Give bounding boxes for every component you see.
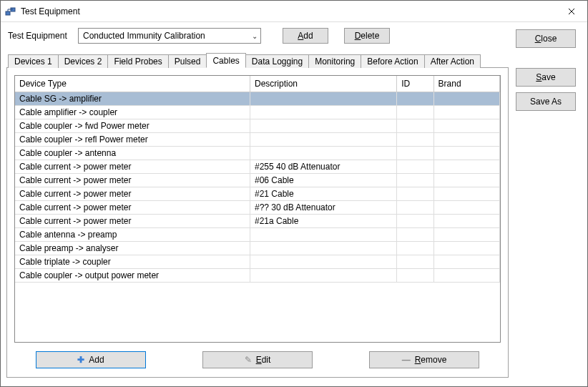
tab-devices-2[interactable]: Devices 2 bbox=[58, 54, 109, 68]
cell-id bbox=[397, 133, 433, 147]
table-row[interactable]: Cable current -> power meter#?? 30 dB At… bbox=[15, 201, 500, 215]
app-icon bbox=[5, 6, 16, 17]
cell-id bbox=[397, 242, 433, 255]
cell-id bbox=[397, 119, 433, 133]
table-row[interactable]: Cable antenna -> preamp bbox=[15, 228, 500, 242]
close-icon bbox=[568, 8, 575, 15]
add-row-button[interactable]: ✚ Add bbox=[36, 351, 146, 368]
delete-equipment-label: Delete bbox=[355, 31, 380, 41]
cell-brand bbox=[433, 174, 499, 187]
table-row[interactable]: Cable coupler -> antenna bbox=[15, 147, 500, 160]
cell-device: Cable current -> power meter bbox=[15, 174, 250, 187]
cell-device: Cable triplate -> coupler bbox=[15, 255, 250, 269]
save-button[interactable]: Save bbox=[516, 68, 576, 87]
tab-devices-1[interactable]: Devices 1 bbox=[8, 54, 59, 68]
close-button[interactable]: Close bbox=[516, 29, 576, 48]
cell-device: Cable antenna -> preamp bbox=[15, 228, 250, 242]
right-sidebar: Close Save Save As bbox=[516, 28, 582, 378]
delete-equipment-button[interactable]: Delete bbox=[344, 28, 390, 44]
cell-desc bbox=[250, 119, 396, 133]
column-header[interactable]: ID bbox=[397, 76, 433, 92]
cell-brand bbox=[433, 92, 499, 106]
table-row[interactable]: Cable SG -> amplifier bbox=[15, 92, 500, 106]
titlebar: Test Equipment bbox=[1, 1, 587, 22]
cell-desc bbox=[250, 147, 396, 160]
cell-desc bbox=[250, 269, 396, 283]
table-row[interactable]: Cable preamp -> analyser bbox=[15, 242, 500, 255]
column-header[interactable]: Brand bbox=[433, 76, 499, 92]
cell-brand bbox=[433, 119, 499, 133]
cell-desc bbox=[250, 106, 396, 119]
save-as-button[interactable]: Save As bbox=[516, 92, 576, 111]
window-close-button[interactable] bbox=[556, 1, 587, 22]
table-row[interactable]: Cable current -> power meter#06 Cable bbox=[15, 174, 500, 187]
cell-device: Cable preamp -> analyser bbox=[15, 242, 250, 255]
table-row[interactable]: Cable amplifier -> coupler bbox=[15, 106, 500, 119]
cell-desc: #06 Cable bbox=[250, 174, 396, 187]
test-equipment-window: Test Equipment Test Equipment Conducted … bbox=[0, 0, 588, 387]
cell-desc bbox=[250, 92, 396, 106]
remove-row-button[interactable]: — Remove bbox=[369, 351, 479, 368]
equipment-dropdown[interactable]: Conducted Immunity Calibration ⌄ bbox=[78, 28, 261, 44]
cell-desc bbox=[250, 255, 396, 269]
tab-after-action[interactable]: After Action bbox=[424, 54, 481, 68]
cell-device: Cable current -> power meter bbox=[15, 187, 250, 201]
cell-brand bbox=[433, 106, 499, 119]
cell-id bbox=[397, 187, 433, 201]
table-header-row: Device TypeDescriptionIDBrand bbox=[15, 76, 500, 92]
cell-id bbox=[397, 255, 433, 269]
cell-brand bbox=[433, 187, 499, 201]
table-row[interactable]: Cable current -> power meter#255 40 dB A… bbox=[15, 160, 500, 174]
chevron-down-icon: ⌄ bbox=[252, 32, 258, 40]
cell-desc bbox=[250, 242, 396, 255]
device-grid[interactable]: Device TypeDescriptionIDBrand Cable SG -… bbox=[14, 75, 501, 343]
tab-before-action[interactable]: Before Action bbox=[361, 54, 424, 68]
table-row[interactable]: Cable coupler -> fwd Power meter bbox=[15, 119, 500, 133]
table-row[interactable]: Cable current -> power meter#21 Cable bbox=[15, 187, 500, 201]
column-header[interactable]: Device Type bbox=[15, 76, 250, 92]
cell-brand bbox=[433, 242, 499, 255]
edit-row-label: Edit bbox=[256, 355, 271, 365]
device-table: Device TypeDescriptionIDBrand Cable SG -… bbox=[15, 76, 500, 283]
cell-brand bbox=[433, 160, 499, 174]
tab-cables[interactable]: Cables bbox=[206, 53, 245, 68]
body: Test Equipment Conducted Immunity Calibr… bbox=[1, 22, 587, 386]
tab-data-logging[interactable]: Data Logging bbox=[245, 54, 309, 68]
cell-id bbox=[397, 147, 433, 160]
cell-desc bbox=[250, 133, 396, 147]
tab-pulsed[interactable]: Pulsed bbox=[168, 54, 207, 68]
table-row[interactable]: Cable coupler -> refl Power meter bbox=[15, 133, 500, 147]
pencil-icon: ✎ bbox=[245, 355, 252, 365]
add-equipment-label: Add bbox=[298, 31, 313, 41]
add-equipment-button[interactable]: Add bbox=[283, 28, 328, 44]
equipment-dropdown-value: Conducted Immunity Calibration bbox=[83, 31, 252, 41]
close-label: Close bbox=[535, 34, 557, 44]
table-row[interactable]: Cable coupler -> output power meter bbox=[15, 269, 500, 283]
save-label: Save bbox=[536, 72, 555, 82]
plus-icon: ✚ bbox=[77, 355, 84, 365]
cell-id bbox=[397, 201, 433, 215]
equipment-select-row: Test Equipment Conducted Immunity Calibr… bbox=[6, 28, 509, 44]
edit-row-button[interactable]: ✎ Edit bbox=[202, 351, 313, 368]
cell-id bbox=[397, 92, 433, 106]
add-row-label: Add bbox=[89, 355, 104, 365]
cell-device: Cable coupler -> antenna bbox=[15, 147, 250, 160]
cell-desc bbox=[250, 228, 396, 242]
minus-icon: — bbox=[402, 355, 411, 365]
save-as-label: Save As bbox=[530, 97, 562, 107]
cell-desc: #21a Cable bbox=[250, 215, 396, 228]
cell-id bbox=[397, 228, 433, 242]
tab-field-probes[interactable]: Field Probes bbox=[107, 54, 168, 68]
cell-device: Cable coupler -> refl Power meter bbox=[15, 133, 250, 147]
cell-desc: #255 40 dB Attenuator bbox=[250, 160, 396, 174]
left-panel: Test Equipment Conducted Immunity Calibr… bbox=[6, 28, 509, 378]
cell-brand bbox=[433, 215, 499, 228]
remove-row-label: Remove bbox=[415, 355, 447, 365]
cell-device: Cable current -> power meter bbox=[15, 201, 250, 215]
tab-monitoring[interactable]: Monitoring bbox=[308, 54, 361, 68]
cell-id bbox=[397, 160, 433, 174]
table-row[interactable]: Cable current -> power meter#21a Cable bbox=[15, 215, 500, 228]
cell-desc: #21 Cable bbox=[250, 187, 396, 201]
table-row[interactable]: Cable triplate -> coupler bbox=[15, 255, 500, 269]
column-header[interactable]: Description bbox=[250, 76, 396, 92]
